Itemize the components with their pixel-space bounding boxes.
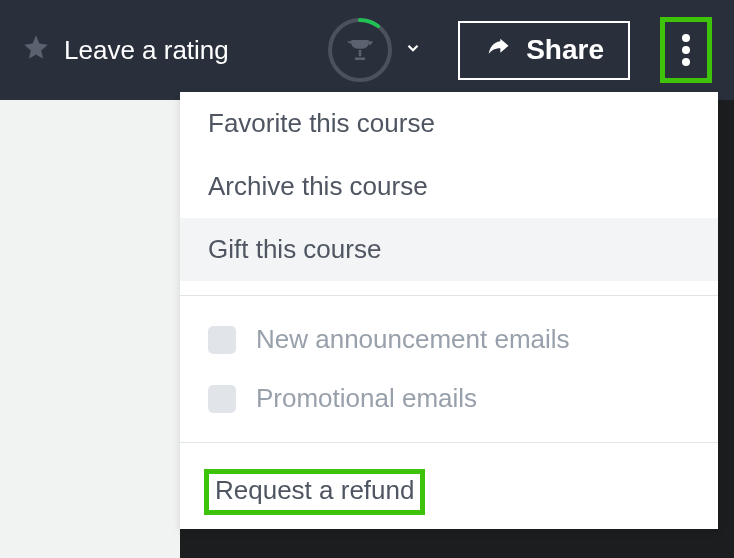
- menu-check-label: Promotional emails: [256, 383, 477, 414]
- menu-divider: [180, 442, 718, 443]
- svg-point-2: [682, 46, 690, 54]
- share-label: Share: [526, 34, 604, 66]
- menu-archive-course[interactable]: Archive this course: [180, 155, 718, 218]
- menu-divider: [180, 295, 718, 296]
- progress-arc-icon: [328, 18, 392, 82]
- svg-point-0: [330, 20, 390, 80]
- svg-point-3: [682, 58, 690, 66]
- checkbox-icon: [208, 326, 236, 354]
- star-icon: [22, 33, 50, 68]
- menu-item-label: Archive this course: [208, 171, 428, 201]
- menu-check-promotional-emails[interactable]: Promotional emails: [180, 369, 718, 428]
- svg-point-1: [682, 34, 690, 42]
- kebab-highlight: [660, 17, 712, 83]
- course-header: Leave a rating Share: [0, 0, 734, 100]
- leave-rating-label: Leave a rating: [64, 35, 229, 66]
- menu-request-refund[interactable]: Request a refund: [215, 475, 414, 506]
- menu-check-announcement-emails[interactable]: New announcement emails: [180, 310, 718, 369]
- right-strip: [718, 100, 734, 558]
- leave-rating-button[interactable]: Leave a rating: [22, 33, 229, 68]
- menu-favorite-course[interactable]: Favorite this course: [180, 92, 718, 155]
- menu-item-label: Gift this course: [208, 234, 381, 264]
- chevron-down-icon: [404, 39, 422, 61]
- more-options-button[interactable]: [666, 23, 706, 77]
- refund-highlight: Request a refund: [204, 469, 425, 515]
- share-arrow-icon: [484, 33, 512, 68]
- progress-dropdown[interactable]: [328, 18, 422, 82]
- share-button[interactable]: Share: [458, 21, 630, 80]
- checkbox-icon: [208, 385, 236, 413]
- video-panel: [0, 100, 180, 558]
- kebab-icon: [682, 34, 690, 66]
- trophy-progress: [328, 18, 392, 82]
- menu-item-label: Request a refund: [215, 475, 414, 505]
- menu-check-label: New announcement emails: [256, 324, 570, 355]
- menu-item-label: Favorite this course: [208, 108, 435, 138]
- more-options-menu: Favorite this course Archive this course…: [180, 92, 718, 529]
- menu-gift-course[interactable]: Gift this course: [180, 218, 718, 281]
